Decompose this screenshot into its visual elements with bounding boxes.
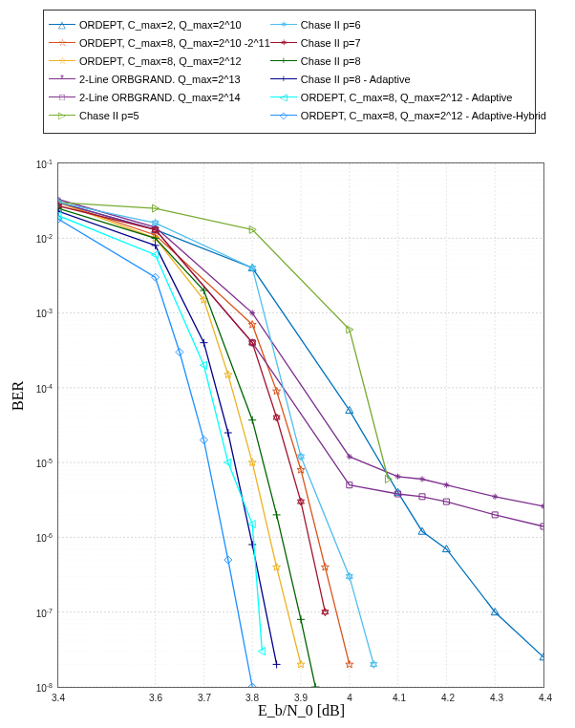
legend-entry: ◇ORDEPT, C_max=8, Q_max=2^12 - Adaptive-… [270,106,546,124]
ytick: 10-2 [24,233,53,245]
ytick: 10-4 [24,383,53,395]
legend-label: Chase II p=6 [301,19,361,31]
xtick: 4.3 [482,693,511,703]
plot-area [57,162,544,688]
legend-entry: ▷Chase II p=5 [49,106,270,124]
legend-label: ORDEPT, C_max=2, Q_max=2^10 [79,19,242,31]
legend-col-1: △ORDEPT, C_max=2, Q_max=2^10 ☆ORDEPT, C_… [49,15,270,128]
xtick: 4 [335,693,364,703]
legend-entry: +Chase II p=8 - Adaptive [270,70,546,88]
legend-entry: ☆ORDEPT, C_max=8, Q_max=2^10 -2^11 [49,33,270,52]
legend-entry: *2-Line ORBGRAND. Q_max=2^13 [49,70,270,88]
legend-entry: ✶Chase II p=6 [270,15,546,33]
legend-label: 2-Line ORBGRAND. Q_max=2^13 [79,74,241,85]
xtick: 3.6 [141,693,170,703]
legend-label: 2-Line ORBGRAND. Q_max=2^14 [79,92,241,103]
legend-label: Chase II p=7 [301,37,361,49]
legend-label: ORDEPT, C_max=8, Q_max=2^12 - Adaptive-H… [301,110,546,121]
legend-label: Chase II p=8 [301,55,361,67]
ytick: 10-5 [24,458,53,469]
legend-label: Chase II p=8 - Adaptive [301,74,411,85]
legend-label: ORDEPT, C_max=8, Q_max=2^12 - Adaptive [301,92,513,103]
legend-entry: □2-Line ORBGRAND. Q_max=2^14 [49,88,270,106]
xtick: 3.7 [190,693,219,703]
xtick: 4.2 [434,693,462,703]
xtick: 3.8 [238,693,266,703]
legend-entry: △ORDEPT, C_max=2, Q_max=2^10 [49,15,270,33]
xtick: 4.1 [385,693,414,703]
ytick: 10-7 [24,608,53,619]
legend-label: Chase II p=5 [79,110,139,121]
ytick: 10-6 [24,532,53,544]
ber-chart-figure: △ORDEPT, C_max=2, Q_max=2^10 ☆ORDEPT, C_… [0,0,575,728]
xtick: 3.4 [44,693,73,703]
legend-entry: ☆ORDEPT, C_max=8, Q_max=2^12 [49,52,270,70]
legend-col-2: ✶Chase II p=6 ✶Chase II p=7 +Chase II p=… [270,15,546,128]
legend-label: ORDEPT, C_max=8, Q_max=2^10 -2^11 [79,37,270,49]
legend-entry: +Chase II p=8 [270,52,546,70]
xtick: 4.4 [531,693,560,703]
legend-entry: ✶Chase II p=7 [270,33,546,52]
ytick: 10-1 [24,159,53,170]
legend: △ORDEPT, C_max=2, Q_max=2^10 ☆ORDEPT, C_… [43,10,536,134]
plot-svg [58,163,543,687]
ytick: 10-3 [24,308,53,319]
x-axis-label: E_b/N_0 [dB] [258,702,345,719]
legend-entry: ◁ORDEPT, C_max=8, Q_max=2^12 - Adaptive [270,88,546,106]
legend-label: ORDEPT, C_max=8, Q_max=2^12 [79,55,242,67]
xtick: 3.9 [287,693,315,703]
